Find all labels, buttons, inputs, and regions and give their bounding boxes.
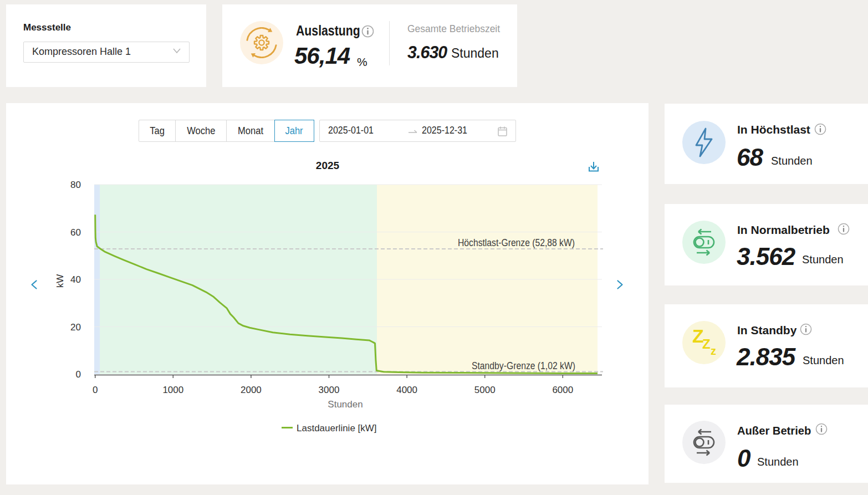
svg-text:Stunden: Stunden xyxy=(328,399,362,410)
svg-text:0: 0 xyxy=(76,369,81,380)
svg-text:0: 0 xyxy=(93,385,98,395)
svg-text:5000: 5000 xyxy=(474,385,496,395)
svg-text:6000: 6000 xyxy=(552,385,573,395)
svg-text:Höchstlast-Grenze (52,88 kW): Höchstlast-Grenze (52,88 kW) xyxy=(458,237,575,248)
svg-text:60: 60 xyxy=(70,227,81,238)
svg-text:4000: 4000 xyxy=(396,385,417,395)
svg-text:1000: 1000 xyxy=(162,385,183,395)
svg-text:80: 80 xyxy=(70,180,81,190)
svg-text:20: 20 xyxy=(70,322,81,333)
svg-text:Lastdauerlinie [kW]: Lastdauerlinie [kW] xyxy=(297,423,377,433)
svg-text:Standby-Grenze (1,02 kW): Standby-Grenze (1,02 kW) xyxy=(472,360,575,371)
svg-text:2025: 2025 xyxy=(316,160,340,171)
svg-text:kW: kW xyxy=(55,274,65,288)
svg-text:3000: 3000 xyxy=(319,385,340,395)
svg-text:2000: 2000 xyxy=(241,385,262,395)
svg-text:40: 40 xyxy=(70,274,81,285)
